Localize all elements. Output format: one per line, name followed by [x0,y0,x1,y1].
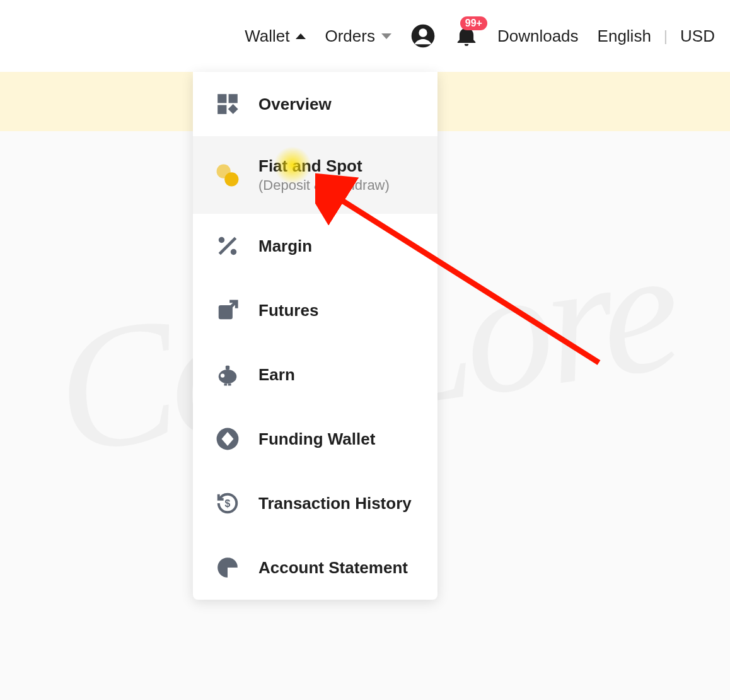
account-icon[interactable] [410,23,436,49]
funding-icon [216,427,240,451]
language-label: English [598,26,651,46]
history-icon: $ [216,491,240,515]
dropdown-label: Fiat and Spot [258,156,390,176]
futures-icon [216,298,240,322]
dropdown-label: Earn [258,365,295,385]
svg-rect-4 [217,105,226,114]
svg-point-8 [231,249,237,255]
orders-label: Orders [325,26,374,46]
svg-rect-3 [229,94,238,103]
notifications-icon[interactable]: 99+ [455,24,478,48]
svg-text:$: $ [225,498,231,509]
overview-icon [216,92,240,116]
margin-icon [216,234,240,258]
dropdown-label: Margin [258,236,312,256]
notification-badge: 99+ [460,16,487,30]
top-navigation: Wallet Orders 99+ Downloads English | US… [0,0,730,72]
fiat-spot-icon [216,163,240,187]
wallet-menu[interactable]: Wallet [245,26,306,46]
currency-label: USD [680,26,715,46]
downloads-label: Downloads [497,26,579,46]
dropdown-item-funding[interactable]: Funding Wallet [193,407,437,471]
wallet-dropdown: Overview Fiat and Spot (Deposit & Withdr… [193,72,437,600]
svg-point-7 [219,237,225,243]
dropdown-item-margin[interactable]: Margin [193,214,437,278]
wallet-label: Wallet [245,26,289,46]
dropdown-label: Futures [258,301,318,320]
orders-menu[interactable]: Orders [325,26,391,46]
svg-point-12 [221,373,224,377]
svg-point-6 [224,172,238,186]
dropdown-label: Transaction History [258,494,412,513]
dropdown-item-overview[interactable]: Overview [193,72,437,136]
svg-rect-11 [226,366,229,370]
dropdown-item-futures[interactable]: Futures [193,278,437,342]
separator: | [664,27,668,45]
dropdown-label: Funding Wallet [258,429,375,449]
svg-rect-2 [217,94,226,103]
dropdown-label: Overview [258,95,332,114]
dropdown-label: Account Statement [258,558,408,578]
statement-icon [216,556,240,580]
language-selector[interactable]: English [598,26,651,46]
dropdown-sublabel: (Deposit & Withdraw) [258,177,390,194]
currency-selector[interactable]: USD [680,26,715,46]
earn-icon [216,363,240,387]
dropdown-item-statement[interactable]: Account Statement [193,535,437,600]
caret-up-icon [296,33,306,39]
svg-point-1 [419,28,427,37]
dropdown-item-earn[interactable]: Earn [193,342,437,407]
dropdown-item-history[interactable]: $ Transaction History [193,471,437,535]
caret-down-icon [381,33,391,39]
downloads-link[interactable]: Downloads [497,26,579,46]
dropdown-item-fiat-spot[interactable]: Fiat and Spot (Deposit & Withdraw) [193,136,437,214]
